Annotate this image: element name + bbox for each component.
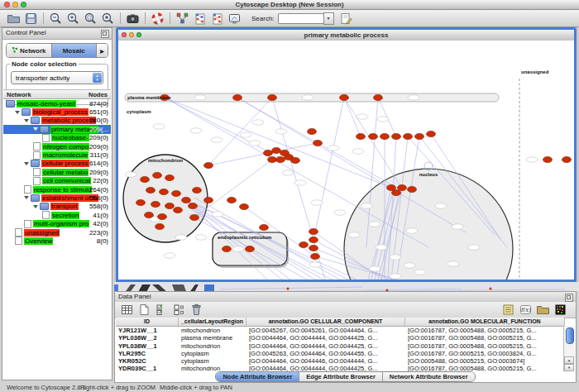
network-node[interactable]: [311, 253, 320, 259]
delete-attr-icon[interactable]: [189, 303, 203, 317]
tree-row[interactable]: Overview8(0): [3, 237, 111, 245]
network-node[interactable]: [374, 94, 383, 100]
help-icon[interactable]: [151, 12, 165, 26]
tree-row[interactable]: secretion41(0): [3, 211, 111, 219]
network-node[interactable]: [145, 212, 154, 218]
tree-row[interactable]: nucleobase-209(0): [3, 134, 111, 142]
network-node[interactable]: [308, 128, 317, 134]
network-node[interactable]: [260, 224, 269, 230]
network-node[interactable]: [309, 237, 318, 242]
table-column-header[interactable]: _cellularLayoutRegion: [179, 318, 246, 326]
network-edge[interactable]: [237, 98, 466, 232]
expander-triangle-icon[interactable]: [24, 196, 29, 199]
network-edge[interactable]: [208, 143, 318, 165]
import-attrs-icon[interactable]: [536, 303, 550, 317]
network-node[interactable]: [392, 189, 401, 195]
table-row[interactable]: YJR121W__1mitochondrion[GO:0045267, GO:0…: [116, 327, 565, 334]
network-node[interactable]: [427, 131, 436, 136]
scroll-up-button[interactable]: ▲: [564, 356, 574, 364]
network-node[interactable]: [174, 207, 183, 213]
new-net-sel-edges-icon[interactable]: [210, 12, 224, 26]
tree-row[interactable]: establishment of lo558(0): [3, 194, 111, 202]
table-column-header[interactable]: annotation.GO CELLULAR_COMPONENT: [246, 318, 405, 326]
tree-row[interactable]: response to stimulu264(0): [3, 185, 111, 194]
table-row[interactable]: YLR295Ccytoplasm[GO:0045263, GO:0044464,…: [116, 350, 565, 357]
scrollbar-thumb[interactable]: [566, 327, 574, 344]
open-icon[interactable]: [7, 12, 21, 26]
network-node[interactable]: [204, 197, 213, 203]
network-node[interactable]: [136, 199, 146, 205]
network-node[interactable]: [151, 201, 160, 207]
attr-select-icon[interactable]: [120, 303, 134, 317]
tree-row[interactable]: metabolic process280(0): [3, 117, 111, 125]
tab-network[interactable]: Network: [7, 44, 52, 57]
network-node[interactable]: [268, 156, 277, 162]
expander-triangle-icon[interactable]: [33, 205, 38, 208]
layout-icon[interactable]: [175, 12, 189, 26]
tree-row[interactable]: multi-organism pro42(0): [3, 219, 111, 227]
network-node[interactable]: [141, 176, 150, 182]
network-edge[interactable]: [313, 98, 344, 240]
new-net-all-edges-icon[interactable]: [193, 12, 207, 26]
network-node[interactable]: [182, 197, 191, 203]
network-node[interactable]: [153, 172, 162, 178]
table-row[interactable]: YPL036W__1mitochondrion[GO:0044464, GO:0…: [116, 342, 565, 350]
network-node[interactable]: [380, 133, 390, 139]
network-node[interactable]: [240, 203, 249, 209]
search-input[interactable]: [278, 13, 324, 24]
node-color-dropdown[interactable]: transporter activity ▲▼: [11, 71, 103, 84]
tree-row[interactable]: cell communicat22(0): [3, 177, 111, 185]
network-edge[interactable]: [165, 98, 280, 158]
annotate-icon[interactable]: [339, 12, 353, 26]
network-edge[interactable]: [208, 98, 272, 165]
zoom-in-icon[interactable]: [66, 12, 80, 26]
select-all-attrs-icon[interactable]: [155, 303, 169, 317]
tab-edge-attribute-browser[interactable]: Edge Attribute Browser: [299, 372, 382, 381]
snapshot-icon[interactable]: [126, 12, 140, 26]
tab-node-attribute-browser[interactable]: Node Attribute Browser: [216, 372, 299, 381]
network-edge[interactable]: [344, 98, 404, 191]
zoom-fit-icon[interactable]: [101, 12, 115, 26]
tree-row[interactable]: mosaic-demo-yeast874(0): [3, 99, 111, 108]
network-node[interactable]: [156, 223, 165, 229]
expander-triangle-icon[interactable]: [24, 119, 29, 122]
unselect-all-attrs-icon[interactable]: [172, 303, 186, 317]
table-row[interactable]: YKR052Ccytoplasm[GO:0044464, GO:0044446,…: [116, 357, 565, 365]
tree-row[interactable]: primary metabo209(...: [3, 125, 111, 133]
network-canvas[interactable]: plasma membranecytoplasmmitochondrionnuc…: [118, 41, 574, 280]
network-node[interactable]: [404, 133, 413, 139]
tree-row[interactable]: macromolecule311(0): [3, 151, 111, 159]
network-node[interactable]: [165, 203, 175, 208]
network-node[interactable]: [543, 156, 553, 162]
network-node[interactable]: [246, 246, 255, 251]
network-node[interactable]: [415, 133, 424, 139]
expander-triangle-icon[interactable]: [24, 162, 29, 165]
zoom-out-icon[interactable]: [49, 12, 63, 26]
network-node[interactable]: [356, 133, 366, 139]
network-node[interactable]: [562, 156, 572, 162]
table-row[interactable]: YDR039C__1mitochondrion[GO:0044464, GO:0…: [116, 365, 565, 371]
function-builder-icon[interactable]: f(x): [519, 303, 533, 317]
network-node[interactable]: [309, 228, 318, 234]
tab-network-attribute-browser[interactable]: Network Attribute Browser: [383, 372, 475, 381]
network-node[interactable]: [291, 157, 300, 163]
table-column-header[interactable]: ID: [116, 318, 179, 326]
tree-row[interactable]: cellular metabo209(0): [3, 168, 111, 176]
network-node[interactable]: [190, 214, 199, 220]
network-node[interactable]: [392, 133, 401, 139]
network-node[interactable]: [264, 150, 273, 155]
network-node[interactable]: [398, 184, 407, 190]
network-node[interactable]: [223, 246, 232, 251]
network-node[interactable]: [172, 190, 181, 196]
expander-triangle-icon[interactable]: [33, 127, 38, 131]
network-node[interactable]: [276, 156, 285, 162]
more-tabs-arrow-icon[interactable]: ▶: [97, 44, 108, 57]
create-attr-icon[interactable]: [137, 303, 151, 317]
network-node[interactable]: [233, 94, 242, 100]
scroll-down-button[interactable]: ▼: [564, 364, 574, 371]
network-node[interactable]: [309, 245, 318, 251]
network-node[interactable]: [340, 94, 349, 100]
network-node[interactable]: [204, 162, 213, 168]
network-window-titlebar[interactable]: primary metabolic process: [118, 30, 574, 41]
tree-row[interactable]: biological_process651(0): [3, 108, 111, 116]
